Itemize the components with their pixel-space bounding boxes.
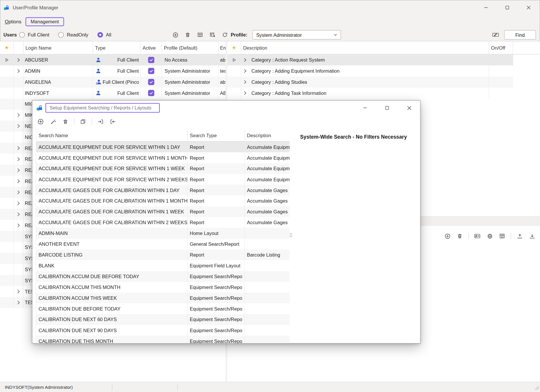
copy-layout-button[interactable]: [79, 118, 87, 126]
user-row[interactable]: INDYSOFT Full Client System Administrato…: [0, 88, 226, 99]
email-column-header[interactable]: Em: [219, 41, 226, 54]
user-row[interactable]: ANGELENA Full Client (Pinco System Admin…: [0, 76, 226, 88]
expand-cell[interactable]: [14, 275, 23, 286]
expand-cell[interactable]: [14, 253, 23, 264]
expand-cell[interactable]: [14, 297, 23, 308]
dialog-maximize-button[interactable]: [376, 101, 398, 115]
search-row[interactable]: BLANK Equipment Field Layout: [36, 260, 290, 271]
user-filter-radio[interactable]: Full Client: [19, 32, 49, 38]
description-column-header[interactable]: Description: [245, 129, 289, 141]
search-row[interactable]: ACCUMULATE EQUIPMENT DUE FOR SERVICE WIT…: [36, 174, 290, 185]
category-row[interactable]: Category : Adding Task Information: [227, 88, 513, 99]
onoff-column-header[interactable]: On/Off: [489, 41, 513, 54]
category-row[interactable]: Category : Adding Studies: [227, 76, 513, 88]
category-row[interactable]: Category : Adding Equipment Information: [227, 65, 513, 76]
description-column-header[interactable]: Description: [241, 41, 489, 54]
globe-button[interactable]: [486, 232, 494, 240]
maximize-button[interactable]: [497, 0, 518, 15]
menu-item-options[interactable]: Options: [4, 18, 23, 26]
profile-select[interactable]: System Administrator: [252, 30, 341, 39]
active-column-header[interactable]: Active: [141, 41, 162, 54]
login-name-column-header[interactable]: Login Name: [23, 41, 93, 54]
close-button[interactable]: [518, 0, 539, 15]
export-layout-button[interactable]: [109, 118, 117, 126]
delete-user-button[interactable]: [184, 31, 191, 39]
wizard-wand-button[interactable]: [49, 118, 57, 126]
expand-cell[interactable]: [14, 55, 23, 66]
user-row[interactable]: ABCUSER Full Client No Access ab: [0, 55, 226, 66]
delete-search-button[interactable]: [62, 118, 69, 126]
menu-item-management[interactable]: Management: [26, 17, 64, 26]
search-row[interactable]: ANOTHER EVENT General Search/Report: [36, 239, 290, 250]
expand-cell[interactable]: [14, 143, 23, 154]
search-row[interactable]: CALIBRATION DUE NEXT 60 DAYS Equipment S…: [36, 314, 290, 325]
delete-item-button[interactable]: [456, 232, 464, 240]
expand-cell[interactable]: [14, 209, 23, 220]
chevron-right-icon[interactable]: [244, 91, 247, 95]
profile-default-column-header[interactable]: Profile (Default): [162, 41, 219, 54]
expand-cell[interactable]: [14, 242, 23, 253]
expand-cell[interactable]: [14, 109, 23, 121]
import-layout-button[interactable]: [97, 118, 104, 126]
search-row[interactable]: ACCUMULATE GAGES DUE FOR CALIBRATION WIT…: [36, 196, 290, 206]
search-row[interactable]: CALIBRATION ACCUM DUE BEFORE TODAY Equip…: [36, 271, 290, 282]
search-name-column-header[interactable]: Search Name: [36, 129, 188, 141]
expand-cell[interactable]: [14, 65, 23, 76]
search-row[interactable]: ACCUMULATE EQUIPMENT DUE FOR SERVICE WIT…: [36, 163, 290, 174]
expand-cell[interactable]: [14, 154, 23, 165]
search-row[interactable]: CALIBRATION DUE BEFORE TODAY Equipment S…: [36, 303, 290, 314]
category-row[interactable]: Category : Action Request System: [227, 55, 513, 66]
search-row[interactable]: BARCODE LISTING Report Barcode Listing: [36, 250, 290, 260]
minimize-button[interactable]: [475, 0, 497, 15]
user-filter-radio[interactable]: All: [97, 32, 111, 38]
search-row[interactable]: CALIBRATION DUE THIS MONTH Equipment Sea…: [36, 336, 290, 343]
search-row[interactable]: CALIBRATION ACCUM THIS MONTH Equipment S…: [36, 282, 290, 292]
search-row[interactable]: CALIBRATION ACCUM THIS WEEK Equipment Se…: [36, 292, 290, 303]
expand-cell[interactable]: [14, 264, 23, 275]
column-chooser-header[interactable]: ☀: [227, 41, 241, 54]
expand-cell[interactable]: [14, 121, 23, 132]
search-row[interactable]: ACCUMULATE EQUIPMENT DUE FOR SERVICE WIT…: [36, 152, 290, 163]
expand-cell[interactable]: [14, 165, 23, 176]
add-user-button[interactable]: [172, 31, 179, 39]
expand-cell[interactable]: [14, 176, 23, 187]
search-row[interactable]: ACCUMULATE GAGES DUE FOR CALIBRATION WIT…: [36, 217, 290, 228]
dialog-minimize-button[interactable]: [354, 101, 376, 115]
user-card-button[interactable]: [473, 232, 481, 240]
resize-grip[interactable]: [534, 386, 539, 391]
chevron-right-icon[interactable]: [244, 69, 247, 73]
search-type-column-header[interactable]: Search Type: [188, 129, 245, 141]
expand-cell[interactable]: [14, 132, 23, 143]
expand-cell[interactable]: [14, 220, 23, 231]
grid-add-button[interactable]: [209, 31, 216, 39]
chevron-right-icon[interactable]: [244, 58, 247, 62]
active-checkbox[interactable]: [148, 68, 154, 74]
search-row[interactable]: ADMIN-MAIN Home Layout: [36, 228, 290, 239]
active-checkbox[interactable]: [148, 79, 154, 85]
expand-cell[interactable]: [14, 99, 23, 110]
search-row[interactable]: ACCUMULATE EQUIPMENT DUE FOR SERVICE WIT…: [36, 142, 290, 152]
grid-view-button[interactable]: [196, 31, 204, 39]
add-search-button[interactable]: [37, 118, 44, 126]
table-columns-button[interactable]: [498, 232, 506, 240]
search-row[interactable]: ACCUMULATE GAGES DUE FOR CALIBRATION WIT…: [36, 206, 290, 217]
search-row[interactable]: CALIBRATION DUE NEXT 90 DAYS Equipment S…: [36, 325, 290, 336]
expand-cell[interactable]: [14, 286, 23, 297]
expand-cell[interactable]: [14, 187, 23, 198]
expand-cell[interactable]: [14, 231, 23, 242]
chevron-right-icon[interactable]: [244, 80, 247, 84]
type-column-header[interactable]: Type: [93, 41, 141, 54]
edit-card-icon[interactable]: [492, 31, 499, 39]
expand-cell[interactable]: [14, 76, 23, 88]
expand-cell[interactable]: [14, 88, 23, 99]
find-button[interactable]: Find: [504, 30, 536, 39]
column-chooser-header[interactable]: ☀: [0, 41, 14, 54]
add-item-button[interactable]: [443, 232, 451, 240]
user-filter-radio[interactable]: ReadOnly: [58, 32, 88, 38]
user-row[interactable]: ADMIN Full Client System Administrator t…: [0, 65, 226, 76]
dialog-close-button[interactable]: [398, 101, 420, 115]
import-button[interactable]: [528, 232, 536, 240]
expand-cell[interactable]: [14, 198, 23, 209]
active-checkbox[interactable]: [148, 90, 154, 96]
refresh-button[interactable]: [221, 31, 229, 39]
